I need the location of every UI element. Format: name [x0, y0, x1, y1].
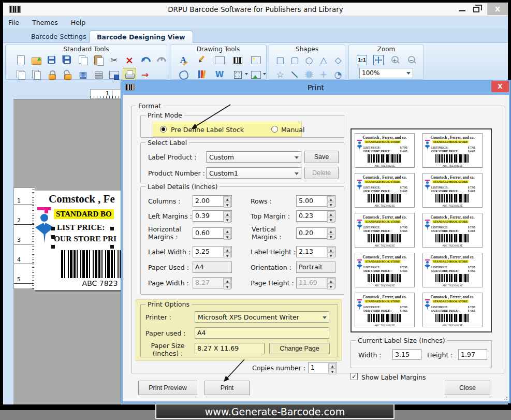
- delete-button[interactable]: Delete: [304, 167, 339, 179]
- selection-handle[interactable]: [51, 245, 55, 249]
- columns-field[interactable]: 2.00▲▼: [193, 195, 232, 207]
- selection-handle[interactable]: [110, 227, 114, 230]
- radio-pre-define-label[interactable]: Pre Define Label Stock: [171, 126, 244, 134]
- spinner[interactable]: ▲▼: [327, 211, 334, 221]
- tool-gallery[interactable]: [249, 68, 262, 81]
- selection-handle[interactable]: [110, 245, 114, 249]
- tool-paste[interactable]: [92, 53, 105, 67]
- minimize-button[interactable]: [459, 10, 465, 11]
- tool-zoom-out[interactable]: −: [405, 53, 418, 67]
- spinner[interactable]: ▲▼: [223, 247, 231, 256]
- radio-manual-label[interactable]: Manual: [281, 126, 304, 134]
- horizontal-margins-field[interactable]: 0.60▲▼: [193, 227, 232, 239]
- restore-button[interactable]: [473, 7, 479, 12]
- selection-handle[interactable]: [51, 235, 55, 239]
- tool-undo[interactable]: [138, 53, 152, 67]
- print-button[interactable]: Print: [205, 381, 250, 395]
- menu-file[interactable]: File: [3, 17, 24, 26]
- tool-rectangle[interactable]: □: [273, 53, 287, 67]
- vertical-margins-field[interactable]: 0.20▲▼: [296, 227, 335, 239]
- save-button[interactable]: Save: [304, 151, 339, 163]
- zoom-level-select[interactable]: 100%: [359, 68, 413, 78]
- paper-used-option-field[interactable]: A4: [195, 327, 329, 339]
- dialog-title-bar[interactable]: Print X: [121, 80, 510, 95]
- radio-manual[interactable]: [271, 126, 278, 133]
- label-width-field[interactable]: 3.25▲▼: [193, 246, 232, 257]
- tool-four-point-star[interactable]: [317, 68, 330, 81]
- tool-star[interactable]: ☆: [273, 68, 287, 81]
- tool-rounded-rectangle[interactable]: ▢: [288, 53, 301, 67]
- tool-one-to-one[interactable]: 1:1: [355, 53, 369, 67]
- left-margins-field[interactable]: 0.39▲▼: [193, 210, 232, 222]
- tool-clone[interactable]: [30, 68, 43, 81]
- tool-watermark[interactable]: W: [213, 68, 226, 81]
- spinner[interactable]: ▲▼: [223, 228, 231, 238]
- tool-redo[interactable]: [154, 53, 167, 67]
- tool-print[interactable]: [123, 68, 136, 81]
- tool-database[interactable]: [92, 68, 105, 81]
- tool-open[interactable]: [30, 53, 43, 67]
- height-field[interactable]: 1.97: [458, 349, 487, 360]
- label-height-field[interactable]: 2.13▲▼: [296, 246, 335, 257]
- tool-starburst[interactable]: [302, 68, 316, 81]
- printer-select[interactable]: Microsoft XPS Document Writer: [195, 311, 329, 323]
- spinner[interactable]: ▲▼: [223, 196, 231, 206]
- design-label[interactable]: Comstock , Fe STANDARD BO LIST PRICE: OU…: [34, 191, 121, 290]
- tool-grid[interactable]: ▦: [76, 68, 90, 81]
- tool-lock[interactable]: [45, 68, 59, 81]
- tool-barcode[interactable]: [231, 53, 244, 67]
- label-product-select[interactable]: Custom: [206, 151, 301, 163]
- tab-barcode-settings[interactable]: Barcode Settings: [24, 31, 94, 43]
- tool-save-image[interactable]: [107, 68, 121, 81]
- tool-new[interactable]: [14, 53, 27, 67]
- tool-triangle[interactable]: △: [317, 53, 330, 67]
- tool-save[interactable]: [45, 53, 59, 67]
- rows-field[interactable]: 5.00▲▼: [296, 195, 335, 207]
- tool-fit-view[interactable]: [372, 53, 385, 67]
- tool-delete[interactable]: ×: [123, 53, 136, 67]
- top-margin-field[interactable]: 0.23▲▼: [296, 210, 335, 222]
- tool-line[interactable]: [288, 68, 301, 81]
- tool-library[interactable]: [195, 68, 208, 81]
- close-button[interactable]: X: [487, 3, 508, 15]
- mini-list-price-label: LIST PRICE:: [363, 266, 381, 269]
- show-label-margins-label[interactable]: Show Label Margins: [361, 373, 426, 381]
- tab-barcode-designing-view[interactable]: Barcode Designing View: [89, 31, 193, 43]
- selection-handle[interactable]: [51, 227, 55, 230]
- tool-frame[interactable]: [231, 68, 244, 81]
- copies-number-field[interactable]: 1▲▼: [308, 362, 337, 373]
- spinner[interactable]: ▲▼: [327, 247, 334, 256]
- spinner[interactable]: ▲▼: [328, 363, 336, 372]
- ruler-tick: [14, 264, 35, 264]
- width-field[interactable]: 3.15: [392, 349, 421, 360]
- tool-diamond[interactable]: ◇: [331, 53, 345, 67]
- menu-themes[interactable]: Themes: [27, 17, 63, 26]
- tool-text[interactable]: A: [177, 53, 190, 67]
- change-page-button[interactable]: Change Page: [269, 343, 330, 354]
- tool-ellipse[interactable]: ○: [302, 53, 316, 67]
- tool-duplicate[interactable]: [14, 68, 27, 81]
- spinner[interactable]: ▲▼: [223, 211, 231, 221]
- show-label-margins-checkbox[interactable]: ✓: [351, 373, 358, 380]
- tool-copy[interactable]: [76, 53, 90, 67]
- tool-export[interactable]: →: [138, 68, 152, 81]
- tool-freeform[interactable]: [177, 68, 190, 81]
- tool-image[interactable]: [213, 53, 226, 67]
- menu-help[interactable]: Help: [66, 17, 91, 26]
- tool-unlock[interactable]: [61, 68, 74, 81]
- tool-cut[interactable]: ✂: [107, 53, 121, 67]
- spinner[interactable]: ▲▼: [327, 228, 334, 238]
- tool-save-as[interactable]: [61, 53, 74, 67]
- tool-picture[interactable]: [249, 53, 262, 67]
- design-canvas[interactable]: 12345 Comstock , Fe STANDARD BO LIST PRI…: [13, 99, 121, 404]
- resize-grip[interactable]: [503, 395, 508, 400]
- print-preview-button[interactable]: Print Preview: [138, 381, 197, 395]
- tool-pencil[interactable]: [195, 53, 208, 67]
- close-dialog-button[interactable]: Close: [445, 381, 490, 395]
- dialog-close-button[interactable]: X: [491, 81, 509, 92]
- spinner[interactable]: ▲▼: [327, 196, 334, 206]
- product-number-select[interactable]: Custom1: [206, 167, 301, 179]
- tool-pie[interactable]: ◔: [331, 68, 345, 81]
- tool-zoom-in[interactable]: +: [388, 53, 402, 67]
- radio-pre-define-label-stock[interactable]: [160, 126, 167, 133]
